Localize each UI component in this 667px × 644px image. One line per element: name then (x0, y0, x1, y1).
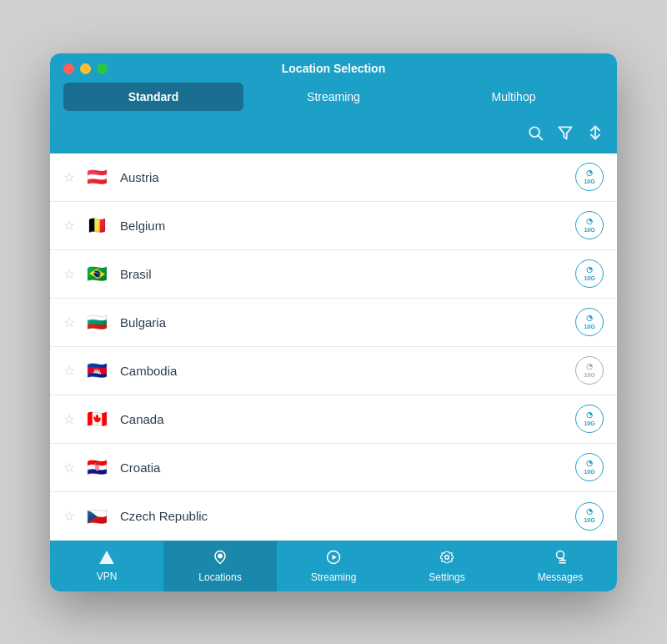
main-window: Location Selection Standard Streaming Mu… (50, 53, 617, 591)
toolbar (50, 121, 617, 153)
svg-point-6 (218, 553, 223, 558)
location-row[interactable]: ☆ 🇧🇬 Bulgaria ◔ 10G (50, 299, 617, 347)
favorite-icon-croatia[interactable]: ☆ (63, 460, 75, 475)
maximize-button[interactable] (97, 63, 108, 74)
favorite-icon-czech[interactable]: ☆ (63, 508, 75, 524)
nav-settings[interactable]: Settings (390, 541, 504, 591)
close-button[interactable] (63, 63, 74, 74)
flag-belgium: 🇧🇪 (85, 216, 108, 234)
traffic-lights (63, 63, 108, 74)
speed-badge-austria: ◔ 10G (575, 163, 604, 191)
location-list: ☆ 🇦🇹 Austria ◔ 10G ☆ 🇧🇪 Belgium ◔ 10G ☆ … (50, 153, 617, 541)
svg-marker-2 (559, 127, 572, 138)
search-icon[interactable] (527, 124, 544, 145)
speed-badge-belgium: ◔ 10G (575, 211, 604, 239)
country-name: Czech Republic (120, 509, 575, 523)
favorite-icon-austria[interactable]: ☆ (63, 169, 75, 185)
svg-point-9 (445, 555, 449, 559)
tab-multihop[interactable]: Multihop (424, 83, 604, 111)
nav-vpn-label: VPN (97, 571, 118, 582)
window-title: Location Selection (282, 62, 385, 75)
nav-streaming-label: Streaming (311, 571, 357, 583)
flag-czech: 🇨🇿 (85, 507, 108, 526)
speed-badge-czech: ◔ 10G (575, 502, 604, 531)
favorite-icon-bulgaria[interactable]: ☆ (63, 314, 75, 330)
country-name: Belgium (120, 219, 575, 233)
nav-settings-label: Settings (429, 571, 464, 583)
flag-austria: 🇦🇹 (85, 168, 108, 186)
location-row[interactable]: ☆ 🇨🇦 Canada ◔ 10G (50, 395, 617, 444)
messages-icon (553, 550, 568, 568)
speed-badge-brasil: ◔ 10G (575, 259, 604, 288)
speed-badge-canada: ◔ 10G (575, 405, 604, 433)
svg-marker-8 (333, 555, 337, 560)
svg-marker-5 (99, 551, 113, 564)
country-name: Croatia (120, 460, 575, 475)
favorite-icon-belgium[interactable]: ☆ (63, 218, 75, 234)
flag-cambodia: 🇰🇭 (85, 361, 108, 380)
speed-badge-cambodia: ◔ 10G (575, 356, 604, 385)
vpn-icon (99, 551, 114, 567)
svg-line-1 (539, 135, 543, 139)
tab-standard[interactable]: Standard (63, 83, 243, 111)
favorite-icon-canada[interactable]: ☆ (63, 411, 75, 427)
title-bar: Location Selection (50, 53, 617, 83)
location-row[interactable]: ☆ 🇭🇷 Croatia ◔ 10G (50, 444, 617, 492)
country-name: Austria (120, 170, 575, 184)
country-name: Brasil (120, 267, 575, 281)
nav-streaming[interactable]: Streaming (277, 541, 390, 591)
location-row[interactable]: ☆ 🇦🇹 Austria ◔ 10G (50, 153, 617, 202)
filter-icon[interactable] (557, 124, 574, 145)
speed-badge-croatia: ◔ 10G (575, 453, 604, 481)
bottom-nav: VPN Locations Streaming (50, 541, 617, 591)
country-name: Canada (120, 412, 575, 426)
flag-croatia: 🇭🇷 (85, 458, 108, 476)
speed-badge-bulgaria: ◔ 10G (575, 308, 604, 336)
nav-messages[interactable]: Messages (504, 541, 617, 591)
favorite-icon-cambodia[interactable]: ☆ (63, 363, 75, 379)
flag-canada: 🇨🇦 (85, 410, 108, 428)
flag-bulgaria: 🇧🇬 (85, 313, 108, 331)
nav-messages-label: Messages (538, 571, 584, 583)
location-row[interactable]: ☆ 🇧🇪 Belgium ◔ 10G (50, 202, 617, 250)
favorite-icon-brasil[interactable]: ☆ (63, 266, 75, 282)
tab-bar: Standard Streaming Multihop (50, 83, 617, 121)
nav-locations[interactable]: Locations (163, 541, 277, 591)
minimize-button[interactable] (80, 63, 91, 74)
location-row[interactable]: ☆ 🇧🇷 Brasil ◔ 10G (50, 250, 617, 299)
nav-vpn[interactable]: VPN (50, 541, 163, 591)
tab-streaming[interactable]: Streaming (243, 83, 424, 111)
country-name: Bulgaria (120, 315, 575, 330)
settings-icon (439, 550, 454, 568)
streaming-icon (326, 550, 341, 568)
country-name: Cambodia (120, 364, 575, 378)
flag-brasil: 🇧🇷 (85, 264, 108, 283)
sort-icon[interactable] (587, 124, 604, 145)
locations-icon (213, 550, 228, 568)
nav-locations-label: Locations (198, 571, 241, 583)
location-row[interactable]: ☆ 🇨🇿 Czech Republic ◔ 10G (50, 492, 617, 541)
location-row[interactable]: ☆ 🇰🇭 Cambodia ◔ 10G (50, 347, 617, 395)
